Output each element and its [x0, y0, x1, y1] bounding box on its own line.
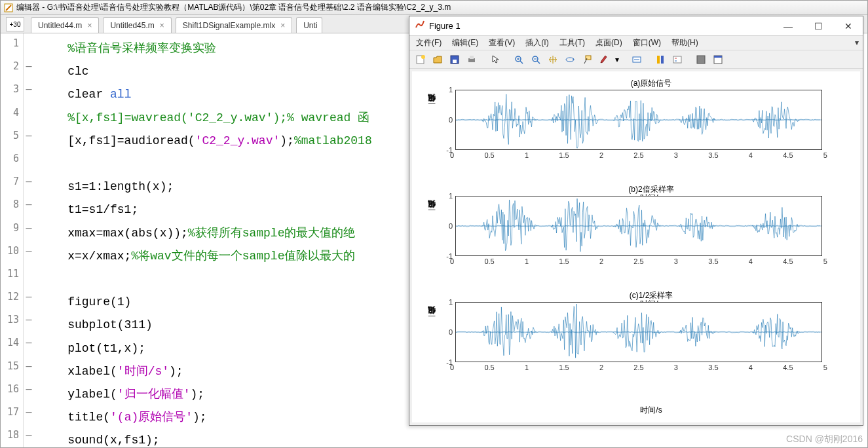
minimize-button[interactable]: —: [779, 21, 797, 31]
subplot-1: (a)原始信号 归一化幅值 10-1 00.511.522.533.544.55…: [455, 90, 847, 183]
menubar-overflow-icon[interactable]: ▾: [855, 38, 859, 47]
hide-tools-icon[interactable]: [694, 52, 708, 67]
brush-icon[interactable]: [597, 52, 611, 67]
y-ticks: 10-1: [440, 298, 453, 366]
svg-rect-21: [673, 56, 681, 63]
show-tools-icon[interactable]: [711, 52, 725, 67]
svg-rect-19: [657, 56, 660, 64]
svg-line-12: [537, 61, 540, 64]
save-icon[interactable]: [447, 52, 462, 67]
figure-window: Figure 1 — ☐ ✕ 文件(F) 编辑(E) 查看(V) 插入(I) 工…: [409, 16, 863, 426]
watermark: CSDN @胡刚2016: [786, 434, 863, 445]
svg-rect-6: [470, 56, 474, 59]
gutter-fold-indicator[interactable]: +30: [6, 17, 24, 31]
matlab-logo-icon: [415, 20, 425, 32]
new-figure-icon[interactable]: [413, 52, 428, 67]
tab-shift1d[interactable]: Shift1DSignalExample.mlx×: [176, 17, 292, 33]
menu-view[interactable]: 查看(V): [489, 37, 515, 48]
tab-label: Shift1DSignalExample.mlx: [183, 21, 275, 30]
y-ticks: 10-1: [440, 192, 453, 260]
subplot-title: (a)原始信号: [455, 78, 847, 89]
zoom-out-icon[interactable]: [529, 52, 543, 67]
menu-window[interactable]: 窗口(W): [633, 37, 661, 48]
close-icon[interactable]: ×: [87, 21, 92, 30]
editor-titlebar: 编辑器 - G:\书\语音处理\语音信号处理实验教程（MATLAB源代码）\第0…: [1, 1, 867, 15]
tab-untitled45[interactable]: Untitled45.m×: [103, 17, 171, 33]
editor-title-text: 编辑器 - G:\书\语音处理\语音信号处理实验教程（MATLAB源代码）\第0…: [16, 2, 451, 13]
close-icon[interactable]: ×: [280, 21, 285, 30]
figure-toolbar: ▾: [409, 50, 863, 69]
svg-rect-26: [714, 56, 722, 58]
svg-point-2: [421, 55, 425, 59]
figure-titlebar[interactable]: Figure 1 — ☐ ✕: [409, 16, 863, 36]
menu-edit[interactable]: 编辑(E): [452, 37, 478, 48]
x-ticks: 00.511.522.533.544.55: [450, 364, 827, 371]
plot-area[interactable]: [455, 302, 822, 362]
open-icon[interactable]: [430, 52, 445, 67]
zoom-in-icon[interactable]: [512, 52, 526, 67]
menu-help[interactable]: 帮助(H): [671, 37, 698, 48]
y-ticks: 10-1: [440, 86, 453, 154]
figure-menubar: 文件(F) 编辑(E) 查看(V) 插入(I) 工具(T) 桌面(D) 窗口(W…: [409, 36, 863, 50]
pointer-icon[interactable]: [488, 52, 502, 67]
subplot-3: (c)1/2采样率 归一化幅值 10-1 00.511.522.533.544.…: [455, 302, 847, 395]
dropdown-icon[interactable]: ▾: [614, 52, 620, 67]
executable-marker-gutter: ——————————————: [24, 33, 38, 447]
tab-label: Untitled45.m: [110, 21, 154, 30]
menu-tools[interactable]: 工具(T): [559, 37, 585, 48]
editor-icon: [3, 3, 14, 13]
link-data-icon[interactable]: [630, 52, 644, 67]
subplot-xlabel: 时间/s: [455, 405, 847, 416]
figure-title: Figure 1: [429, 21, 461, 31]
tab-untitled44[interactable]: Untitled44.m×: [31, 17, 99, 33]
plot-area[interactable]: [455, 90, 822, 150]
subplot-title: (b)2倍采样率: [455, 184, 847, 195]
colorbar-icon[interactable]: [653, 52, 668, 67]
subplot-2: (b)2倍采样率 归一化幅值 10-1 00.511.522.533.544.5…: [455, 196, 847, 289]
pan-icon[interactable]: [546, 52, 560, 67]
plot-area[interactable]: [455, 196, 822, 256]
menu-file[interactable]: 文件(F): [416, 37, 442, 48]
menu-insert[interactable]: 插入(I): [525, 37, 548, 48]
svg-rect-20: [661, 56, 664, 64]
close-button[interactable]: ✕: [839, 21, 858, 31]
svg-line-8: [520, 61, 523, 64]
line-number-gutter: 123456789101112131415161718: [1, 33, 24, 447]
svg-rect-4: [453, 60, 457, 63]
subplot-title: (c)1/2采样率: [455, 290, 847, 301]
tab-label: Untitled44.m: [38, 21, 82, 30]
data-cursor-icon[interactable]: [580, 52, 594, 67]
tab-cutoff[interactable]: Unti: [296, 17, 322, 33]
maximize-button[interactable]: ☐: [809, 21, 827, 31]
x-ticks: 00.511.522.533.544.55: [450, 257, 827, 265]
menu-desktop[interactable]: 桌面(D): [595, 37, 622, 48]
x-ticks: 00.511.522.533.544.55: [450, 151, 827, 159]
figure-canvas: (a)原始信号 归一化幅值 10-1 00.511.522.533.544.55…: [412, 71, 860, 422]
rotate-3d-icon[interactable]: [563, 52, 577, 67]
legend-icon[interactable]: [670, 52, 685, 67]
close-icon[interactable]: ×: [160, 21, 164, 30]
svg-rect-24: [697, 56, 705, 64]
tab-label: Unti: [303, 21, 317, 30]
print-icon[interactable]: [464, 52, 479, 67]
